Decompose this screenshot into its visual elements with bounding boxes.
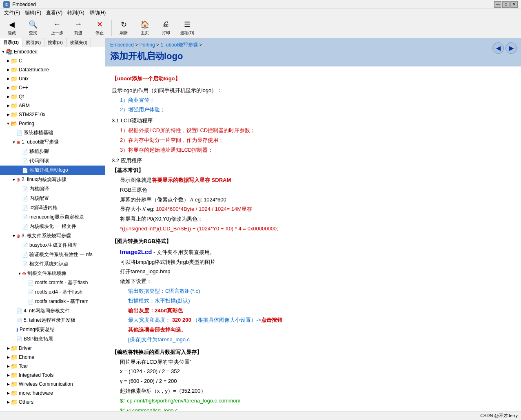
ramdisk-icon: 📄 bbox=[28, 299, 34, 305]
tree-item-nfs-sync[interactable]: 📄 4. nfs网络同步根文件 bbox=[0, 306, 105, 316]
breadcrumb-porting[interactable]: Porting bbox=[140, 42, 155, 48]
close-button[interactable]: ✕ bbox=[510, 1, 518, 8]
breadcrumb-uboot[interactable]: 1. uboot烧写步骤 bbox=[160, 42, 197, 48]
p1-item1: 1）商业宣传； bbox=[120, 96, 514, 105]
toggle-cpp[interactable]: ▶ bbox=[6, 85, 11, 90]
tree-item-bsp[interactable]: 📄 BSP概念拓展 bbox=[0, 334, 105, 344]
maximize-button[interactable]: □ bbox=[502, 1, 510, 8]
toggle-wireless[interactable]: ▶ bbox=[6, 382, 11, 387]
toggle-ds[interactable]: ▶ bbox=[6, 67, 11, 72]
tree-item-migrate[interactable]: 📄 移植步骤 bbox=[0, 147, 105, 156]
tree-item-telnet[interactable]: 📄 5. telnet远程登录开发板 bbox=[0, 316, 105, 325]
toggle-qt[interactable]: ▶ bbox=[6, 94, 11, 99]
menu-edit[interactable]: 编辑(E) bbox=[22, 9, 44, 17]
toggle-tcar[interactable]: ▶ bbox=[6, 364, 11, 369]
tree-item-c[interactable]: ▶ 📁 C bbox=[0, 56, 105, 65]
home-button[interactable]: 🏠 主页 bbox=[135, 18, 155, 37]
tab-search[interactable]: 搜索(S) bbox=[44, 38, 67, 47]
toggle-arm[interactable]: ▶ bbox=[6, 103, 11, 108]
menubar: 文件(F) 编辑(E) 查看(V) 转到(G) 帮助(H) bbox=[0, 9, 521, 17]
tab-favorites[interactable]: 收藏夹(I) bbox=[67, 38, 91, 47]
tree-item-integrated[interactable]: ▶ 📁 Integrated Tools bbox=[0, 371, 105, 380]
toggle-uboot[interactable]: ▼ bbox=[11, 140, 16, 145]
tree-item-kernel-compile[interactable]: 📄 内核编译 bbox=[0, 184, 105, 194]
tree-item-nfs[interactable]: 📄 验证根文件系统有效性 一 nfs bbox=[0, 250, 105, 259]
tree-item-more-hardware[interactable]: ▶ 📁 more: hardware bbox=[0, 389, 105, 398]
tree-item-tcar[interactable]: ▶ 📁 Tcar bbox=[0, 362, 105, 371]
tree-item-ehome[interactable]: ▶ 📁 Ehome bbox=[0, 353, 105, 362]
tree-item-uboot[interactable]: ▼ ⊕ 1. uboot烧写步骤 bbox=[0, 137, 105, 147]
ehome-icon: 📁 bbox=[11, 354, 18, 360]
options-button[interactable]: ☰ 选项(O) bbox=[177, 18, 197, 37]
toggle-mh[interactable]: ▶ bbox=[6, 391, 11, 396]
next-arrow[interactable]: ▶ bbox=[505, 42, 517, 54]
tree-item-porting-sys[interactable]: 📄 系统移植基础 bbox=[0, 128, 105, 137]
cramfs-icon: 📄 bbox=[28, 280, 34, 286]
others-icon: 📁 bbox=[11, 399, 18, 405]
busy-label: busybox生成文件和库 bbox=[29, 242, 77, 249]
toggle-others[interactable]: ▶ bbox=[6, 400, 11, 405]
minimize-button[interactable]: — bbox=[494, 1, 501, 8]
tree-item-porting-summary[interactable]: ℹ Porting概要总结 bbox=[0, 325, 105, 334]
toggle-stm32[interactable]: ▶ bbox=[6, 112, 11, 117]
tree-item-menuconfig[interactable]: 📄 menuconfig显示自定模块 bbox=[0, 212, 105, 222]
tree-item-busybox[interactable]: 📄 busybox生成文件和库 bbox=[0, 241, 105, 250]
refresh-button[interactable]: ↻ 刷新 bbox=[113, 18, 134, 37]
hide-button[interactable]: ◀ 隐藏 bbox=[2, 18, 22, 37]
toggle-unix[interactable]: ▶ bbox=[6, 76, 11, 81]
toggle-embedded[interactable]: ▼ bbox=[1, 49, 6, 54]
prev-arrow[interactable]: ◀ bbox=[492, 42, 504, 54]
menu-help[interactable]: 帮助(H) bbox=[87, 9, 109, 17]
toggle-driver[interactable]: ▶ bbox=[6, 346, 11, 351]
toggle-c[interactable]: ▶ bbox=[6, 58, 11, 63]
tree-item-kernel-config[interactable]: 📄 内核配置 bbox=[0, 194, 105, 203]
tree-item-datastructure[interactable]: ▶ 📁 DataStructure bbox=[0, 65, 105, 74]
breadcrumb-embedded[interactable]: Embedded bbox=[110, 42, 134, 48]
stop-button[interactable]: ✕ 停止 bbox=[89, 18, 110, 37]
tree-item-cpp[interactable]: ▶ 📁 C++ bbox=[0, 83, 105, 92]
tree-item-c-compile[interactable]: 📄 .c编译进内核 bbox=[0, 203, 105, 212]
toggle-porting[interactable]: ▼ bbox=[6, 121, 11, 126]
tree-item-cramfs[interactable]: 📄 rootfs.cramfs - 基于flash bbox=[0, 278, 105, 287]
toggle-integrated[interactable]: ▶ bbox=[6, 373, 11, 378]
window-title: Embedded bbox=[12, 2, 36, 7]
tab-index[interactable]: 索引(N) bbox=[22, 38, 44, 47]
tree-item-ext4[interactable]: 📄 rootfs.ext4 - 基于flash bbox=[0, 287, 105, 297]
tree-item-rootfs[interactable]: ▼ ⊕ 3. 根文件系统烧写步骤 bbox=[0, 231, 105, 241]
tree-item-kernel-module[interactable]: 📄 内核模块化 一 根文件 bbox=[0, 222, 105, 231]
tree-item-others[interactable]: ▶ 📁 Others bbox=[0, 398, 105, 407]
toggle-ehome[interactable]: ▶ bbox=[6, 355, 11, 360]
tree-item-logo[interactable]: 📄 添加开机启动logo bbox=[0, 166, 105, 175]
tree-item-porting[interactable]: ▼ 📂 Porting bbox=[0, 119, 105, 128]
tree-item-ramdisk[interactable]: 📄 rootfs.ramdisk - 基于ram bbox=[0, 297, 105, 306]
toggle-rootfs[interactable]: ▼ bbox=[11, 234, 16, 239]
toolbar-separator bbox=[45, 20, 45, 36]
toggle-rootimg[interactable]: ▼ bbox=[17, 271, 22, 276]
ext4-icon: 📄 bbox=[28, 290, 34, 295]
tree-item-arm[interactable]: ▶ 📁 ARM bbox=[0, 101, 105, 110]
menu-view[interactable]: 查看(V) bbox=[44, 9, 65, 17]
forward-button[interactable]: → 前进 bbox=[68, 18, 89, 37]
tree-item-stm32[interactable]: ▶ 📁 STM32F10x bbox=[0, 110, 105, 119]
tree-item-wireless[interactable]: ▶ 📁 Wireless Communication bbox=[0, 380, 105, 389]
back-button[interactable]: ← 上一步 bbox=[47, 18, 67, 37]
ext4-label: rootfs.ext4 - 基于flash bbox=[35, 289, 82, 296]
menu-goto[interactable]: 转到(G) bbox=[65, 9, 86, 17]
print-button[interactable]: 🖨 打印 bbox=[156, 18, 176, 37]
tree-item-rootimg[interactable]: ▼ ⊕ 制根文件系统镜像 bbox=[0, 269, 105, 278]
tree-item-codereview[interactable]: 📄 代码阅读 bbox=[0, 156, 105, 166]
toggle-linux[interactable]: ▼ bbox=[11, 177, 16, 182]
menu-file[interactable]: 文件(F) bbox=[2, 9, 22, 17]
busy-icon: 📄 bbox=[22, 243, 28, 248]
tree-item-driver[interactable]: ▶ 📁 Driver bbox=[0, 344, 105, 353]
tree-item-embedded[interactable]: ▼ 📚 Embedded bbox=[0, 47, 105, 56]
tree-item-linux[interactable]: ▼ ⊕ 2. linux内核烧写步骤 bbox=[0, 175, 105, 184]
tree-item-qt[interactable]: ▶ 📁 Qt bbox=[0, 92, 105, 101]
write-section-title: 【编程将转换后的图片数据写入显存】 bbox=[112, 348, 514, 357]
tab-contents[interactable]: 目录(O) bbox=[0, 38, 22, 47]
tree-item-rootfs-knowledge[interactable]: 📄 根文件系统知识点 bbox=[0, 259, 105, 269]
others-label: Others bbox=[19, 399, 33, 405]
img2: 可以将bmp/jpg格式转换为rgb类型的图片 bbox=[120, 258, 514, 267]
tree-item-unix[interactable]: ▶ 📁 Unix bbox=[0, 74, 105, 83]
find-button[interactable]: 🔍 查找 bbox=[23, 18, 43, 37]
